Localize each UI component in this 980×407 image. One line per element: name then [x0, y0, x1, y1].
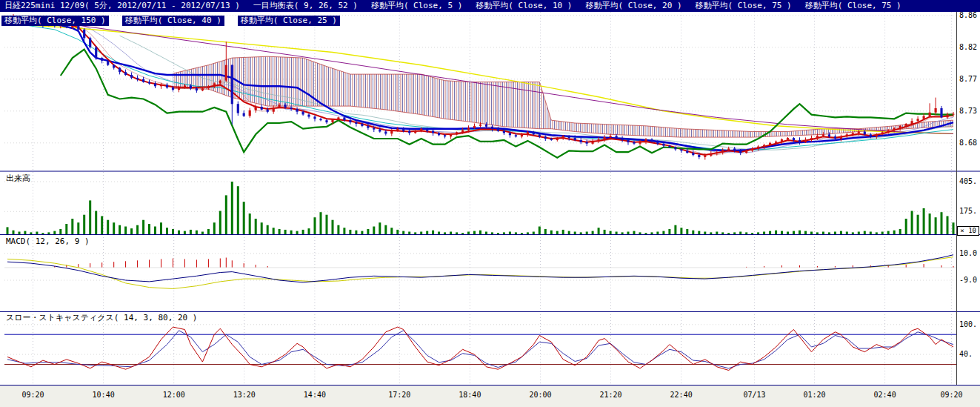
- candle: [302, 112, 304, 115]
- candle: [467, 128, 470, 130]
- candle: [616, 136, 618, 138]
- axis-tick-label: 8.82: [959, 43, 977, 51]
- candle: [562, 136, 564, 138]
- candle: [172, 87, 174, 90]
- candle: [610, 136, 612, 137]
- candle: [148, 82, 150, 84]
- axis-tick-label: 10:40: [93, 391, 115, 399]
- candle: [704, 156, 706, 157]
- chart-canvas[interactable]: 8.868.828.778.738.68405.175.10.0-9.0100.…: [0, 0, 980, 407]
- candle: [668, 146, 670, 148]
- candle: [373, 128, 375, 130]
- legend-item: 移動平均( Close, 75 ): [696, 1, 792, 10]
- candle: [503, 131, 505, 133]
- candle: [527, 132, 529, 134]
- candle: [592, 142, 594, 144]
- axis-tick-label: 8.68: [959, 139, 977, 147]
- candle: [769, 143, 771, 145]
- candle: [852, 133, 854, 134]
- axis-tick-label: 01:20: [803, 391, 825, 399]
- candle: [331, 119, 333, 122]
- candle: [940, 108, 942, 117]
- candle: [473, 126, 476, 128]
- legend-item: 移動平均( Close, 10 ): [476, 1, 572, 10]
- axis-tick-label: 8.77: [959, 75, 977, 83]
- candle: [781, 139, 783, 142]
- axis-tick-label: 14:40: [304, 391, 326, 399]
- candle: [822, 134, 824, 136]
- candle: [267, 110, 269, 112]
- candle: [804, 140, 807, 142]
- candle: [727, 148, 730, 150]
- axis-tick-label: 18:40: [459, 391, 481, 399]
- candle: [77, 25, 79, 30]
- candle: [509, 133, 511, 135]
- candle: [710, 153, 712, 156]
- candle: [107, 61, 109, 65]
- macd-line: [7, 255, 953, 282]
- candle: [550, 139, 553, 140]
- legend-item: 移動平均( Close, 150 ): [1, 16, 109, 26]
- volume-panel-label: 出来高: [6, 173, 30, 184]
- candle: [574, 138, 576, 140]
- candle: [142, 79, 144, 82]
- volume-unit-badge: × 10: [957, 226, 979, 236]
- candle: [279, 105, 281, 107]
- axis-tick-label: 40.: [959, 350, 973, 358]
- candle: [621, 138, 624, 140]
- axis-tick-label: 100.: [959, 320, 977, 328]
- candle: [178, 87, 180, 90]
- candle: [367, 126, 369, 128]
- candle: [237, 104, 239, 113]
- candle: [136, 78, 139, 79]
- candle: [479, 125, 481, 126]
- candle: [887, 130, 890, 133]
- candle: [119, 68, 121, 73]
- chart-window: 8.868.828.778.738.68405.175.10.0-9.0100.…: [0, 0, 980, 407]
- candle: [917, 119, 919, 121]
- candle: [491, 127, 493, 129]
- candle: [124, 72, 127, 75]
- axis-tick-label: 21:20: [599, 391, 621, 399]
- candle: [213, 84, 216, 87]
- candle: [384, 132, 387, 134]
- candle: [307, 115, 310, 117]
- candle: [650, 139, 653, 142]
- chart-header: 日経225mini 12/09( 5分, 2012/07/11 - 2012/0…: [0, 0, 980, 12]
- candle: [899, 126, 901, 128]
- macd-panel-label: MACD( 12, 26, 9 ): [6, 236, 90, 246]
- stoch-panel-label: スロー・ストキャスティクス( 14, 3, 80, 20 ): [6, 312, 197, 323]
- legend-item: 移動平均( Close, 75 ): [805, 1, 901, 10]
- candle: [568, 136, 570, 138]
- candle: [810, 138, 813, 140]
- candle: [231, 65, 233, 105]
- stoch-line: [7, 327, 953, 370]
- candle: [793, 138, 795, 140]
- candle: [89, 38, 91, 47]
- candle: [255, 107, 257, 110]
- candle: [83, 30, 85, 39]
- candle: [113, 65, 115, 68]
- candle: [633, 142, 635, 144]
- candle: [521, 134, 523, 136]
- candle: [290, 107, 293, 109]
- candle: [249, 110, 251, 116]
- candle: [680, 149, 682, 150]
- candle: [692, 153, 694, 155]
- candle: [662, 144, 664, 146]
- candle: [556, 138, 559, 140]
- candle: [604, 137, 606, 139]
- legend-item: 移動平均( Close, 5 ): [371, 1, 462, 10]
- candle: [674, 148, 676, 150]
- candle: [698, 155, 700, 157]
- candle: [763, 145, 765, 147]
- axis-tick-label: 02:40: [874, 391, 896, 399]
- candle: [858, 132, 860, 133]
- candle: [586, 142, 588, 144]
- candle: [438, 133, 440, 135]
- axis-tick-label: 07/13: [744, 391, 766, 399]
- candle: [196, 88, 198, 90]
- candle: [408, 131, 410, 133]
- candle: [379, 130, 381, 132]
- candle: [627, 140, 629, 142]
